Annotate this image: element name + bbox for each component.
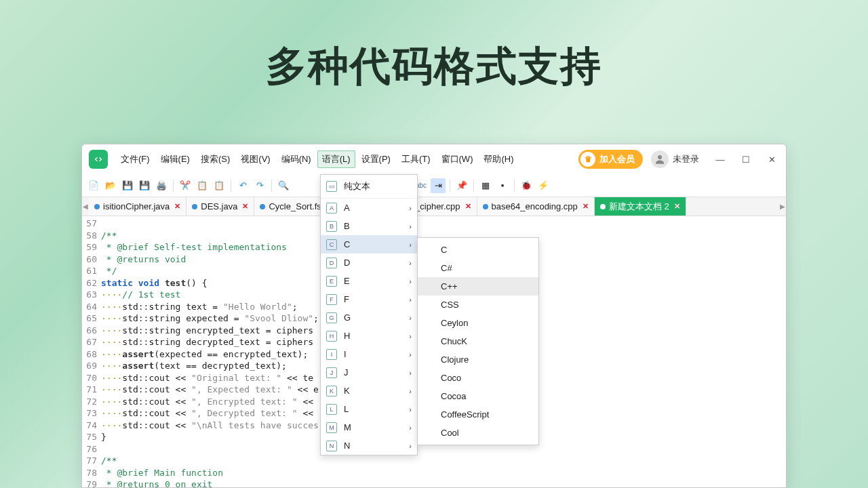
tab-close-icon[interactable]: ✕ — [174, 202, 180, 211]
tab-close-icon[interactable]: ✕ — [242, 202, 248, 211]
titlebar: 文件(F)编辑(E)搜索(S)视图(V)编码(N)语言(L)设置(P)工具(T)… — [82, 144, 786, 174]
lang-letter-icon: E — [326, 276, 337, 287]
tab-dot-icon — [600, 204, 606, 209]
tab-close-icon[interactable]: ✕ — [465, 202, 471, 211]
lang-letter-icon: K — [326, 386, 337, 396]
language-group-C[interactable]: CC› — [321, 235, 417, 253]
tab-close-icon[interactable]: ✕ — [583, 202, 589, 211]
indent-icon[interactable]: ⇥ — [431, 178, 446, 193]
language-group-E[interactable]: EE› — [321, 272, 417, 290]
language-group-M[interactable]: MM› — [321, 418, 417, 436]
maximize-button[interactable]: ☐ — [734, 150, 757, 169]
lightning-icon[interactable]: ⚡ — [536, 178, 551, 193]
file-tab[interactable]: DES.java✕ — [186, 197, 254, 216]
language-submenu: CC#C++CSSCeylonChucKClojureCocoCocoaCoff… — [417, 237, 539, 445]
new-file-icon[interactable]: 📄 — [86, 178, 101, 193]
chevron-right-icon: › — [409, 369, 412, 377]
language-group-A[interactable]: AA› — [321, 199, 417, 217]
save-icon[interactable]: 💾 — [120, 178, 135, 193]
vip-label: 加入会员 — [599, 153, 635, 165]
language-group-N[interactable]: NN› — [321, 436, 417, 455]
zoom-in-icon[interactable]: 🔍 — [276, 178, 291, 193]
avatar[interactable] — [651, 150, 669, 168]
language-plain-text[interactable]: ▭ 纯文本 — [321, 175, 417, 199]
save-all-icon[interactable]: 💾 — [137, 178, 152, 193]
language-option[interactable]: C# — [418, 259, 538, 277]
undo-icon[interactable]: ↶ — [235, 178, 250, 193]
menu-文件[interactable]: 文件(F) — [116, 150, 155, 168]
menu-编码[interactable]: 编码(N) — [277, 150, 316, 168]
file-icon: ▭ — [326, 181, 337, 192]
app-window: 文件(F)编辑(E)搜索(S)视图(V)编码(N)语言(L)设置(P)工具(T)… — [81, 144, 787, 488]
paste-icon[interactable]: 📋 — [212, 178, 226, 193]
language-menu: ▭ 纯文本 AA›BB›CC›DD›EE›FF›GG›HH›II›JJ›KK›L… — [320, 174, 418, 455]
pin-icon[interactable]: 📌 — [454, 178, 469, 193]
chevron-right-icon: › — [409, 277, 412, 285]
language-option[interactable]: Cool — [418, 424, 538, 442]
language-option[interactable]: Clojure — [418, 350, 538, 369]
tab-close-icon[interactable]: ✕ — [674, 202, 680, 211]
language-option[interactable]: C — [418, 241, 538, 259]
lang-letter-icon: I — [326, 349, 337, 360]
lang-letter-icon: G — [326, 312, 337, 323]
menu-语言[interactable]: 语言(L) — [317, 150, 355, 168]
language-option[interactable]: Ceylon — [418, 314, 538, 332]
vip-badge[interactable]: ♛ 加入会员 — [578, 150, 643, 169]
chevron-right-icon: › — [409, 222, 412, 230]
menu-设置[interactable]: 设置(P) — [357, 150, 395, 168]
chevron-right-icon: › — [409, 350, 412, 359]
language-group-H[interactable]: HH› — [321, 327, 417, 345]
menu-工具[interactable]: 工具(T) — [397, 150, 435, 168]
chevron-right-icon: › — [409, 405, 412, 413]
language-group-J[interactable]: JJ› — [321, 363, 417, 382]
language-group-K[interactable]: KK› — [321, 382, 417, 400]
language-option[interactable]: C++ — [418, 277, 538, 296]
open-file-icon[interactable]: 📂 — [103, 178, 118, 193]
tab-dot-icon — [94, 204, 100, 209]
file-tab[interactable]: base64_encoding.cpp✕ — [477, 197, 595, 216]
menu-bar: 文件(F)编辑(E)搜索(S)视图(V)编码(N)语言(L)设置(P)工具(T)… — [116, 150, 519, 168]
language-group-F[interactable]: FF› — [321, 290, 417, 308]
language-group-I[interactable]: II› — [321, 345, 417, 363]
file-tab[interactable]: isitionCipher.java✕ — [89, 197, 186, 216]
print-icon[interactable]: 🖨️ — [154, 178, 169, 193]
language-group-G[interactable]: GG› — [321, 308, 417, 327]
chevron-right-icon: › — [409, 296, 412, 304]
redo-icon[interactable]: ↷ — [252, 178, 267, 193]
chevron-right-icon: › — [409, 241, 412, 249]
lang-letter-icon: F — [326, 294, 337, 305]
file-tab[interactable]: 新建文本文档 2✕ — [595, 197, 686, 216]
language-option[interactable]: ChucK — [418, 332, 538, 350]
language-option[interactable]: CSS — [418, 296, 538, 314]
language-group-L[interactable]: LL› — [321, 400, 417, 418]
lang-letter-icon: N — [326, 441, 337, 451]
language-option[interactable]: Cocoa — [418, 387, 538, 405]
tab-dot-icon — [192, 204, 197, 209]
menu-帮助[interactable]: 帮助(H) — [479, 150, 518, 168]
language-option[interactable]: CoffeeScript — [418, 405, 538, 424]
language-group-D[interactable]: DD› — [321, 253, 417, 272]
tab-label: DES.java — [201, 201, 237, 211]
menu-编辑[interactable]: 编辑(E) — [156, 150, 195, 168]
tab-bar: ◀ isitionCipher.java✕DES.java✕Cycle_Sort… — [82, 197, 786, 216]
tab-scroll-left[interactable]: ◀ — [82, 197, 89, 216]
tab-scroll-right[interactable]: ▶ — [779, 197, 786, 216]
tab-dot-icon — [483, 204, 488, 209]
terminal-icon[interactable]: ▪ — [495, 178, 510, 193]
language-group-B[interactable]: BB› — [321, 217, 417, 235]
tab-label: 新建文本文档 2 — [609, 201, 669, 213]
minimize-button[interactable]: — — [709, 150, 732, 169]
cut-icon[interactable]: ✂️ — [178, 178, 193, 193]
copy-icon[interactable]: 📋 — [195, 178, 210, 193]
login-status[interactable]: 未登录 — [673, 153, 699, 165]
menu-窗口[interactable]: 窗口(W) — [437, 150, 478, 168]
bug-icon[interactable]: 🐞 — [519, 178, 534, 193]
language-option[interactable]: Coco — [418, 369, 538, 387]
menu-视图[interactable]: 视图(V) — [236, 150, 275, 168]
grid-icon[interactable]: ▦ — [478, 178, 493, 193]
svg-point-0 — [658, 155, 662, 159]
close-button[interactable]: ✕ — [760, 150, 783, 169]
chevron-right-icon: › — [409, 442, 412, 450]
menu-搜索[interactable]: 搜索(S) — [196, 150, 235, 168]
tab-dot-icon — [260, 204, 265, 209]
